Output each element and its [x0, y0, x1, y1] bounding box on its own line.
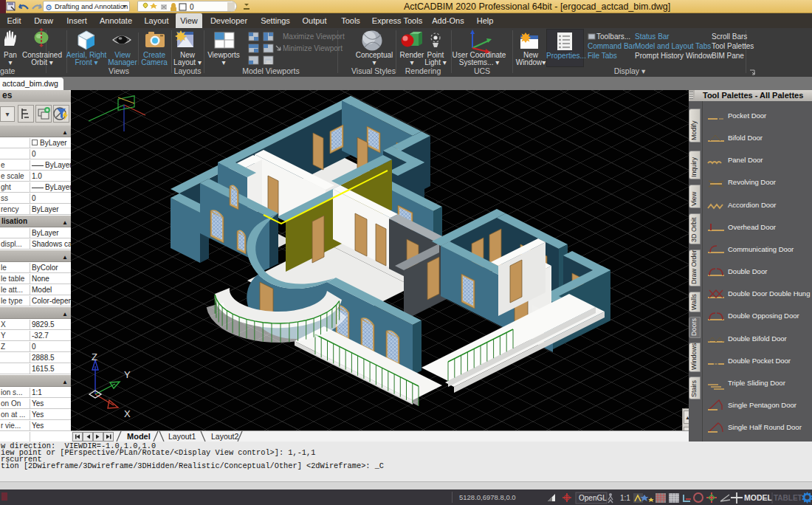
svg-text:OpenGL: OpenGL — [579, 494, 607, 502]
svg-text:Z: Z — [92, 351, 97, 363]
svg-text:TABLET: TABLET — [774, 494, 802, 502]
svg-text:X: X — [124, 408, 131, 419]
svg-text:0: 0 — [190, 3, 194, 11]
svg-text:MODEL: MODEL — [744, 493, 773, 502]
svg-text:Layout2: Layout2 — [211, 432, 239, 441]
svg-text:Model: Model — [127, 432, 151, 441]
svg-text:Layout1: Layout1 — [168, 432, 196, 441]
svg-text:1:1: 1:1 — [620, 494, 630, 502]
svg-text:Y: Y — [124, 369, 131, 380]
